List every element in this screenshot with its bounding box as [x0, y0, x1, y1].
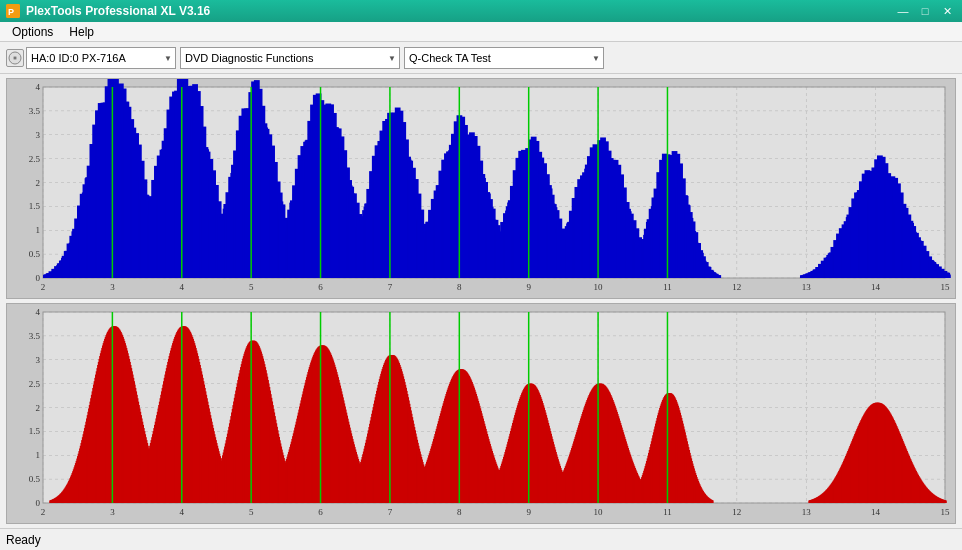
- app-title: PlexTools Professional XL V3.16: [26, 4, 210, 18]
- top-chart: [6, 78, 956, 299]
- drive-icon: [6, 49, 24, 67]
- drive-select[interactable]: HA:0 ID:0 PX-716A: [26, 47, 176, 69]
- title-bar-left: P PlexTools Professional XL V3.16: [6, 4, 210, 18]
- toolbar: HA:0 ID:0 PX-716A DVD Diagnostic Functio…: [0, 42, 962, 74]
- drive-select-wrapper[interactable]: HA:0 ID:0 PX-716A: [26, 47, 176, 69]
- function-select[interactable]: DVD Diagnostic Functions: [180, 47, 400, 69]
- mode-select[interactable]: Q-Check TA Test: [404, 47, 604, 69]
- app-icon: P: [6, 4, 20, 18]
- svg-text:P: P: [8, 7, 14, 17]
- top-chart-canvas: [7, 79, 955, 298]
- minimize-button[interactable]: —: [894, 3, 912, 19]
- status-text: Ready: [6, 533, 41, 547]
- main-content: [0, 74, 962, 528]
- bottom-chart: [6, 303, 956, 524]
- svg-point-4: [14, 57, 16, 59]
- drive-group: HA:0 ID:0 PX-716A: [6, 47, 176, 69]
- menu-help[interactable]: Help: [61, 23, 102, 41]
- menu-options[interactable]: Options: [4, 23, 61, 41]
- function-select-wrapper[interactable]: DVD Diagnostic Functions: [180, 47, 400, 69]
- maximize-button[interactable]: □: [916, 3, 934, 19]
- title-controls: — □ ✕: [894, 3, 956, 19]
- close-button[interactable]: ✕: [938, 3, 956, 19]
- bottom-chart-canvas: [7, 304, 955, 523]
- mode-select-wrapper[interactable]: Q-Check TA Test: [404, 47, 604, 69]
- menu-bar: Options Help: [0, 22, 962, 42]
- status-bar: Ready: [0, 528, 962, 550]
- title-bar: P PlexTools Professional XL V3.16 — □ ✕: [0, 0, 962, 22]
